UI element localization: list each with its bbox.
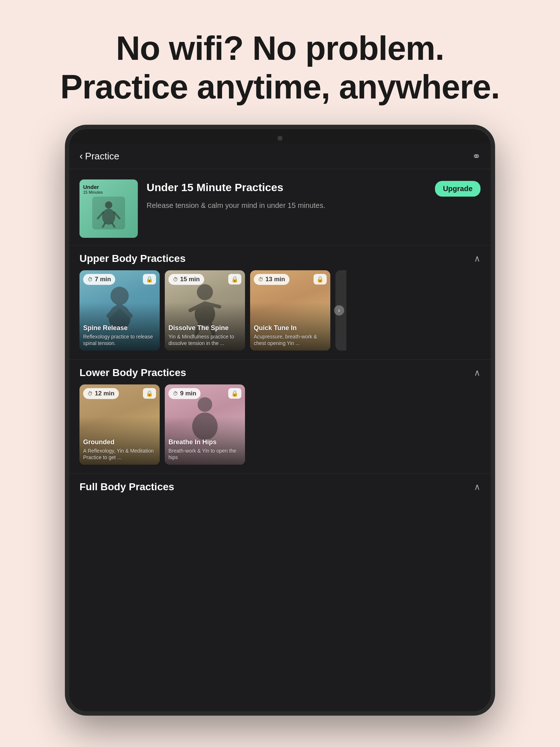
svg-line-4: [102, 223, 105, 228]
tablet-camera: [277, 136, 283, 141]
svg-point-16: [198, 397, 212, 412]
dissolve-top-bar: ⏱ 15 min 🔒: [168, 274, 241, 285]
nav-bar: ‹ Practice ⚭: [69, 144, 491, 169]
back-label: Practice: [85, 151, 119, 162]
quick-duration: ⏱ 13 min: [254, 274, 289, 285]
breathe-title: Breathe In Hips: [168, 438, 241, 446]
collection-title: Under 15 Minute Practices: [147, 181, 429, 194]
full-body-title: Full Body Practices: [79, 481, 174, 493]
svg-point-17: [192, 413, 218, 440]
lower-body-section-header[interactable]: Lower Body Practices ∧: [69, 359, 491, 384]
grounded-card[interactable]: ⏱ 12 min 🔒 Grounded A Reflexology, Yin &…: [79, 384, 160, 465]
hero-line2: Practice anytime, anywhere.: [60, 68, 499, 107]
share-link-icon[interactable]: ⚭: [472, 150, 481, 162]
quick-info: Quick Tune In Acupressure, breath-work &…: [254, 324, 327, 347]
quick-subtitle: Acupressure, breath-work & chest opening…: [254, 333, 327, 347]
scroll-arrow-icon[interactable]: ›: [334, 305, 344, 316]
upgrade-button[interactable]: Upgrade: [435, 181, 481, 197]
quick-title: Quick Tune In: [254, 324, 327, 332]
breathe-duration-text: 9 min: [180, 390, 196, 397]
tablet-device: ‹ Practice ⚭ Under 15 Minutes: [65, 125, 495, 716]
thumbnail-sublabel: 15 Minutes: [83, 190, 103, 194]
spine-release-duration-text: 7 min: [95, 276, 111, 283]
collection-header: Under 15 Minutes Under 15 Minute Practic…: [69, 169, 491, 245]
upper-body-title: Upper Body Practices: [79, 253, 186, 264]
breathe-info: Breathe In Hips Breath-work & Yin to ope…: [168, 438, 241, 461]
svg-point-10: [197, 284, 213, 300]
clock-icon: ⏱: [88, 391, 93, 396]
spine-release-subtitle: Reflexology practice to release spinal t…: [83, 333, 156, 347]
spine-release-top-bar: ⏱ 7 min 🔒: [83, 274, 156, 285]
clock-icon: ⏱: [258, 276, 263, 282]
upper-body-section-header[interactable]: Upper Body Practices ∧: [69, 245, 491, 270]
breathe-subtitle: Breath-work & Yin to open the hips: [168, 448, 241, 461]
lock-icon: 🔒: [143, 274, 156, 285]
svg-line-5: [112, 223, 115, 228]
thumbnail-figure: [92, 197, 125, 229]
hero-line1: No wifi? No problem.: [60, 29, 499, 68]
grounded-top-bar: ⏱ 12 min 🔒: [83, 388, 156, 399]
collection-description: Release tension & calm your mind in unde…: [147, 200, 481, 210]
lower-body-section: Lower Body Practices ∧ ⏱ 12 min 🔒: [69, 359, 491, 473]
breathe-top-bar: ⏱ 9 min 🔒: [168, 388, 241, 399]
quick-duration-text: 13 min: [265, 276, 285, 283]
dissolve-title: Dissolve The Spine: [168, 324, 241, 332]
lock-icon: 🔒: [228, 274, 241, 285]
svg-point-0: [105, 201, 112, 209]
back-button[interactable]: ‹ Practice: [79, 150, 119, 162]
collection-thumbnail: Under 15 Minutes: [79, 179, 138, 238]
svg-point-6: [110, 287, 129, 305]
quick-top-bar: ⏱ 13 min 🔒: [254, 274, 327, 285]
lock-icon: 🔒: [228, 388, 241, 399]
svg-point-1: [102, 209, 115, 225]
lower-body-chevron-icon: ∧: [474, 368, 481, 378]
full-body-chevron-icon: ∧: [474, 482, 481, 492]
spine-release-card[interactable]: ⏱ 7 min 🔒 Spine Release Reflexology prac…: [79, 270, 160, 351]
grounded-title: Grounded: [83, 438, 156, 446]
next-card-partial: ›: [335, 270, 346, 351]
tablet-screen: ‹ Practice ⚭ Under 15 Minutes: [69, 144, 491, 711]
grounded-duration: ⏱ 12 min: [83, 388, 119, 399]
dissolve-info: Dissolve The Spine Yin & Mindfulness pra…: [168, 324, 241, 347]
spine-release-info: Spine Release Reflexology practice to re…: [83, 324, 156, 347]
breathe-hips-card[interactable]: ⏱ 9 min 🔒 Breathe In Hips Breath-work & …: [165, 384, 245, 465]
grounded-subtitle: A Reflexology, Yin & Meditation Practice…: [83, 448, 156, 461]
thumbnail-label: Under: [83, 184, 99, 190]
dissolve-spine-card[interactable]: ⏱ 15 min 🔒 Dissolve The Spine Yin & Mind…: [165, 270, 245, 351]
clock-icon: ⏱: [173, 276, 178, 282]
grounded-duration-text: 12 min: [95, 390, 114, 397]
dissolve-duration: ⏱ 15 min: [168, 274, 204, 285]
lower-body-cards-row: ⏱ 12 min 🔒 Grounded A Reflexology, Yin &…: [69, 384, 491, 473]
upper-body-cards-row: ⏱ 7 min 🔒 Spine Release Reflexology prac…: [69, 270, 491, 359]
lower-body-title: Lower Body Practices: [79, 367, 186, 379]
lock-icon: 🔒: [143, 388, 156, 399]
clock-icon: ⏱: [88, 276, 93, 282]
dissolve-subtitle: Yin & Mindfulness practice to dissolve t…: [168, 333, 241, 347]
breathe-duration: ⏱ 9 min: [168, 388, 201, 399]
hero-section: No wifi? No problem. Practice anytime, a…: [60, 29, 499, 107]
collection-info: Under 15 Minute Practices Upgrade Releas…: [147, 179, 481, 210]
lock-icon: 🔒: [314, 274, 327, 285]
grounded-info: Grounded A Reflexology, Yin & Meditation…: [83, 438, 156, 461]
full-body-section-header[interactable]: Full Body Practices ∧: [69, 473, 491, 499]
upper-body-section: Upper Body Practices ∧: [69, 245, 491, 359]
collection-title-row: Under 15 Minute Practices Upgrade: [147, 181, 481, 197]
quick-tune-in-card[interactable]: ⏱ 13 min 🔒 Quick Tune In Acupressure, br…: [250, 270, 330, 351]
sections-container: Upper Body Practices ∧: [69, 245, 491, 711]
upper-body-chevron-icon: ∧: [474, 253, 481, 264]
clock-icon: ⏱: [173, 391, 178, 396]
dissolve-duration-text: 15 min: [180, 276, 200, 283]
spine-release-title: Spine Release: [83, 324, 156, 332]
chevron-left-icon: ‹: [79, 150, 83, 162]
spine-release-duration: ⏱ 7 min: [83, 274, 115, 285]
